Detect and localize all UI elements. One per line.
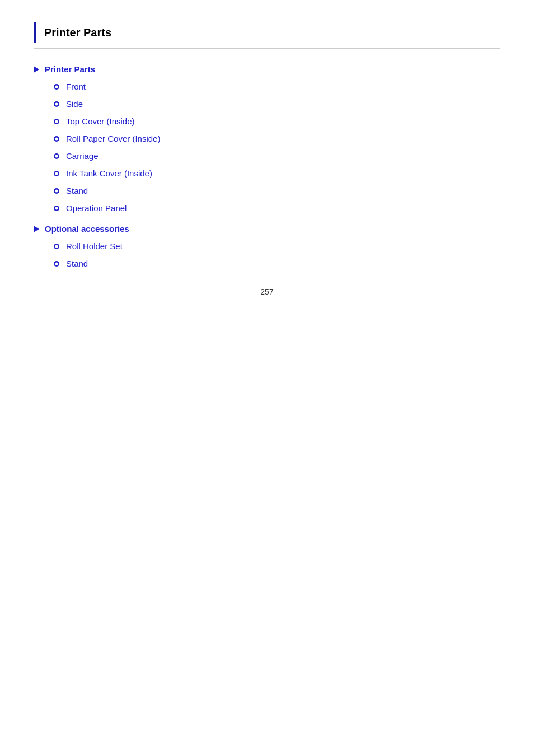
bullet-icon	[54, 261, 59, 267]
sub-item-link-printer-parts-2[interactable]: Top Cover (Inside)	[66, 116, 135, 126]
section-heading-printer-parts[interactable]: Printer Parts	[34, 64, 500, 74]
sub-item-link-printer-parts-5[interactable]: Ink Tank Cover (Inside)	[66, 169, 152, 178]
bullet-icon	[54, 101, 59, 107]
section-heading-text-printer-parts: Printer Parts	[45, 64, 95, 74]
list-item: Carriage	[54, 151, 500, 161]
bullet-icon	[54, 84, 59, 90]
sub-item-link-printer-parts-7[interactable]: Operation Panel	[66, 203, 127, 213]
sub-item-link-optional-accessories-0[interactable]: Roll Holder Set	[66, 241, 123, 251]
sub-item-link-optional-accessories-1[interactable]: Stand	[66, 259, 88, 268]
list-item: Operation Panel	[54, 203, 500, 213]
list-item: Side	[54, 99, 500, 109]
sections-container: Printer PartsFrontSideTop Cover (Inside)…	[34, 64, 500, 268]
list-item: Front	[54, 82, 500, 91]
section-heading-optional-accessories[interactable]: Optional accessories	[34, 224, 500, 234]
chevron-right-icon	[34, 226, 39, 232]
header-accent-bar	[34, 22, 36, 43]
list-item: Stand	[54, 186, 500, 195]
list-item: Roll Holder Set	[54, 241, 500, 251]
list-item: Ink Tank Cover (Inside)	[54, 169, 500, 178]
section-heading-text-optional-accessories: Optional accessories	[45, 224, 129, 234]
bullet-icon	[54, 244, 59, 249]
sub-items-printer-parts: FrontSideTop Cover (Inside)Roll Paper Co…	[34, 82, 500, 213]
bullet-icon	[54, 171, 59, 176]
bullet-icon	[54, 206, 59, 211]
bullet-icon	[54, 188, 59, 194]
page-title: Printer Parts	[44, 26, 111, 39]
chevron-right-icon	[34, 66, 39, 73]
sub-item-link-printer-parts-0[interactable]: Front	[66, 82, 86, 91]
section-optional-accessories: Optional accessoriesRoll Holder SetStand	[34, 224, 500, 268]
sub-item-link-printer-parts-1[interactable]: Side	[66, 99, 83, 109]
sub-item-link-printer-parts-6[interactable]: Stand	[66, 186, 88, 195]
sub-item-link-printer-parts-3[interactable]: Roll Paper Cover (Inside)	[66, 134, 160, 143]
list-item: Top Cover (Inside)	[54, 116, 500, 126]
list-item: Roll Paper Cover (Inside)	[54, 134, 500, 143]
section-printer-parts: Printer PartsFrontSideTop Cover (Inside)…	[34, 64, 500, 213]
bullet-icon	[54, 136, 59, 142]
sub-item-link-printer-parts-4[interactable]: Carriage	[66, 151, 99, 161]
page-header: Printer Parts	[34, 22, 500, 49]
page-number: 257	[260, 287, 273, 296]
page-container: Printer Parts Printer PartsFrontSideTop …	[0, 0, 534, 313]
sub-items-optional-accessories: Roll Holder SetStand	[34, 241, 500, 268]
bullet-icon	[54, 153, 59, 159]
list-item: Stand	[54, 259, 500, 268]
bullet-icon	[54, 119, 59, 124]
